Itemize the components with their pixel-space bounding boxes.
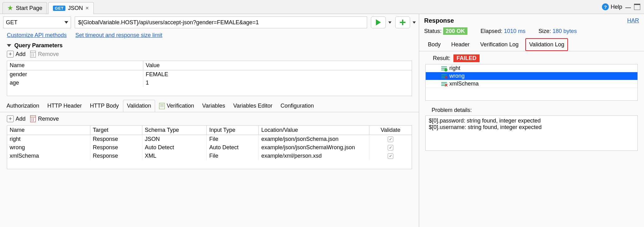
result-badge: FAILED — [453, 54, 480, 62]
problem-details-label: Problem details: — [419, 101, 644, 115]
har-link[interactable]: HAR — [627, 17, 639, 24]
qp-header-value: Value — [143, 61, 412, 70]
help-button[interactable]: ? Help — [602, 3, 622, 10]
request-url-input[interactable]: ${GlobalVariable.HOST}/api/users/accept-… — [75, 16, 367, 28]
validation-add-label: Add — [16, 116, 26, 122]
table-row[interactable]: age 1 — [7, 79, 412, 87]
add-button[interactable] — [395, 16, 410, 28]
response-title: Response — [424, 17, 454, 24]
result-item-label: right — [449, 65, 460, 72]
close-icon[interactable]: ✕ — [85, 6, 89, 11]
table-row[interactable]: gender FEMALE — [7, 70, 412, 79]
problem-details: $[0].password: string found, integer exp… — [425, 115, 638, 151]
tab-configuration[interactable]: Configuration — [277, 100, 318, 112]
chevron-down-icon[interactable] — [413, 21, 416, 24]
qp-remove-label: Remove — [38, 51, 59, 58]
result-item[interactable]: right — [426, 64, 637, 72]
v-header-input-type: Input Type — [207, 126, 259, 135]
help-icon: ? — [602, 3, 609, 10]
checkbox-icon[interactable]: ✓ — [388, 137, 393, 142]
validation-table: Name Target Schema Type Input Type Locat… — [7, 125, 412, 169]
query-parameters-title: Query Parameters — [14, 42, 63, 49]
request-tabstrip: Authorization HTTP Header HTTP Body Vali… — [0, 96, 419, 112]
chevron-down-icon[interactable] — [388, 21, 391, 24]
elapsed-value: 1010 ms — [504, 28, 525, 34]
table-row-empty — [7, 87, 412, 96]
v-header-target: Target — [90, 126, 142, 135]
query-parameters-table: Name Value gender FEMALE age 1 — [7, 61, 412, 96]
tab-start-page[interactable]: ★ Start Page — [2, 2, 47, 14]
document-icon — [159, 103, 165, 109]
table-row[interactable]: xmlSchema Response XML File example/xml/… — [7, 152, 412, 160]
tab-http-body[interactable]: HTTP Body — [86, 100, 123, 112]
tab-variables-editor[interactable]: Variables Editor — [229, 100, 277, 112]
tab-verification[interactable]: Verification — [155, 100, 198, 112]
validation-remove-label: Remove — [38, 116, 59, 122]
run-button[interactable] — [371, 16, 386, 28]
status-badge: 200 OK — [443, 27, 467, 35]
status-label: Status: — [424, 28, 442, 34]
result-item[interactable]: xmlSchema — [426, 80, 637, 88]
validation-remove-button[interactable]: Remove — [30, 115, 59, 122]
checkbox-icon[interactable]: ✓ — [388, 145, 393, 151]
table-row[interactable]: wrong Response Auto Detect Auto Detect e… — [7, 143, 412, 152]
v-header-name: Name — [7, 126, 90, 135]
get-badge: GET — [53, 6, 65, 11]
qp-remove-button: Remove — [30, 51, 59, 58]
set-timeout-link[interactable]: Set timeout and response size limit — [75, 32, 162, 39]
plus-icon: + — [7, 115, 14, 122]
play-icon — [376, 19, 381, 25]
result-label: Result: — [433, 55, 450, 62]
result-item-label: xmlSchema — [449, 81, 479, 87]
qp-name: age — [7, 79, 143, 87]
qp-value: FEMALE — [143, 70, 412, 79]
request-url-value: ${GlobalVariable.HOST}/api/users/accept-… — [78, 19, 259, 26]
tab-label: Start Page — [16, 5, 42, 12]
customize-api-methods-link[interactable]: Customize API methods — [7, 32, 67, 39]
tab-body[interactable]: Body — [424, 38, 444, 51]
tab-verification-log[interactable]: Verification Log — [476, 38, 522, 51]
plus-icon: + — [7, 51, 14, 58]
tab-label: JSON — [68, 5, 83, 12]
size-label: Size: — [538, 28, 551, 34]
http-method-value: GET — [6, 19, 17, 26]
qp-name: gender — [7, 70, 143, 79]
result-item[interactable]: wrong — [426, 72, 637, 80]
table-row[interactable]: right Response JSON File example/json/js… — [7, 135, 412, 143]
tab-json[interactable]: GET JSON ✕ — [48, 2, 94, 14]
checkbox-icon[interactable]: ✓ — [388, 153, 393, 159]
qp-add-button[interactable]: + Add — [7, 51, 26, 58]
response-tabstrip: Body Header Verification Log Validation … — [419, 38, 644, 51]
qp-value: 1 — [143, 79, 412, 87]
tab-header[interactable]: Header — [447, 38, 473, 51]
validation-add-button[interactable]: + Add — [7, 115, 26, 122]
query-parameters-header[interactable]: Query Parameters — [0, 42, 419, 49]
result-item-label: wrong — [449, 73, 465, 79]
fail-icon — [441, 81, 447, 86]
plus-icon — [400, 20, 405, 25]
trash-icon — [30, 115, 36, 122]
trash-icon — [30, 51, 36, 58]
table-row-empty — [7, 160, 412, 169]
maximize-icon[interactable] — [634, 4, 640, 10]
star-icon: ★ — [7, 4, 13, 12]
fail-icon — [441, 74, 447, 79]
qp-header-name: Name — [7, 61, 143, 70]
tab-validation[interactable]: Validation — [123, 100, 155, 112]
tab-authorization[interactable]: Authorization — [2, 100, 43, 112]
v-header-location: Location/Value — [259, 126, 369, 135]
result-empty — [426, 88, 637, 100]
tab-variables[interactable]: Variables — [198, 100, 229, 112]
minimize-icon[interactable] — [625, 7, 631, 9]
tab-http-header[interactable]: HTTP Header — [43, 100, 86, 112]
size-value: 180 bytes — [552, 28, 577, 34]
result-list: right wrong xmlSchema — [425, 64, 638, 101]
tab-validation-log[interactable]: Validation Log — [525, 38, 568, 51]
v-header-schema-type: Schema Type — [142, 126, 207, 135]
help-label: Help — [611, 4, 622, 10]
chevron-down-icon — [64, 21, 68, 24]
http-method-select[interactable]: GET — [3, 16, 71, 28]
v-header-validate: Validate — [369, 126, 412, 135]
window-tabstrip: ★ Start Page GET JSON ✕ ? Help — [0, 0, 644, 14]
qp-add-label: Add — [16, 51, 26, 58]
